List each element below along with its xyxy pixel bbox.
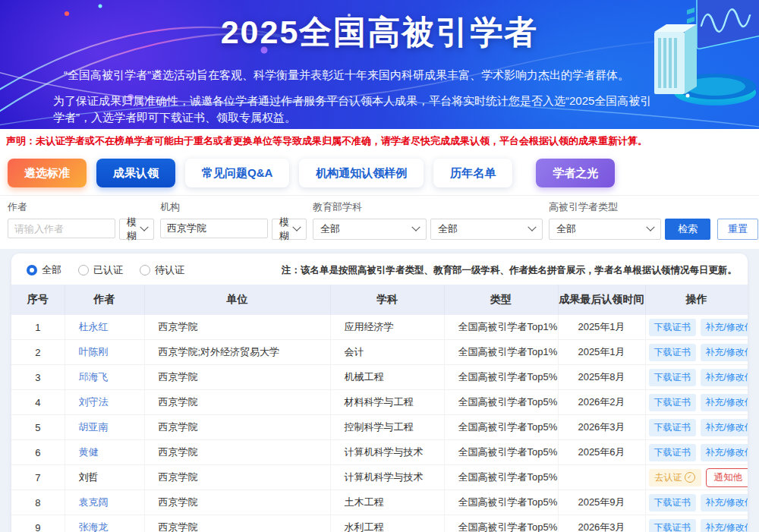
radio-all[interactable]: 全部 <box>27 263 61 277</box>
org-cell: 西京学院 <box>144 465 330 490</box>
org-cell: 西京学院 <box>144 365 330 390</box>
subject-level2-select[interactable]: 全部 <box>430 219 543 240</box>
download-cert-button[interactable]: 下载证书 <box>649 419 696 436</box>
edit-info-button[interactable]: 补充/修改信息 <box>701 419 748 436</box>
actions-cell: 去认证✓通知他 <box>645 465 748 490</box>
org-mode-select[interactable]: 模糊 <box>272 219 307 240</box>
actions-cell: 下载证书补充/修改信息 <box>645 415 748 440</box>
col-org: 单位 <box>144 285 330 315</box>
download-cert-button[interactable]: 下载证书 <box>649 519 696 532</box>
download-cert-button[interactable]: 下载证书 <box>649 344 696 361</box>
subject-cell: 会计 <box>330 340 444 365</box>
actions-cell: 下载证书补充/修改信息 <box>645 390 748 415</box>
type-select[interactable]: 全部 <box>549 219 661 240</box>
edit-info-button[interactable]: 补充/修改信息 <box>701 519 748 532</box>
author-link[interactable]: 胡亚南 <box>79 421 109 433</box>
tab-faq[interactable]: 常见问题Q&A <box>185 159 289 187</box>
type-cell: 全国高被引学者Top5% <box>444 365 558 390</box>
claim-date-cell <box>558 465 645 490</box>
actions-cell: 下载证书补充/修改信息 <box>645 515 748 532</box>
row-index: 9 <box>11 515 65 532</box>
edit-info-button[interactable]: 补充/修改信息 <box>701 494 748 512</box>
row-index: 2 <box>11 340 65 365</box>
download-cert-button[interactable]: 下载证书 <box>649 394 696 411</box>
table-row: 5胡亚南西京学院控制科学与工程全国高被引学者Top5%2026年3月下载证书补充… <box>11 415 748 440</box>
radio-pending[interactable]: 待认证 <box>140 263 184 277</box>
actions-cell: 下载证书补充/修改信息 <box>645 315 748 340</box>
table-row: 1杜永红西京学院应用经济学全国高被引学者Top1%2025年1月下载证书补充/修… <box>11 315 748 340</box>
author-mode-select[interactable]: 模糊 <box>119 219 154 240</box>
download-cert-button[interactable]: 下载证书 <box>649 319 696 336</box>
col-subject: 学科 <box>330 285 444 315</box>
table-row: 8袁克阔西京学院土木工程全国高被引学者Top5%2025年9月下载证书补充/修改… <box>11 490 748 515</box>
claim-date-cell: 2025年8月 <box>558 365 645 390</box>
radio-unselected-icon <box>140 265 150 275</box>
author-input[interactable] <box>8 219 115 238</box>
author-cell: 张海龙 <box>65 515 144 532</box>
claim-date-cell: 2026年3月 <box>558 515 645 532</box>
check-circle-icon: ✓ <box>685 472 695 483</box>
tab-scholar-light[interactable]: 学者之光 <box>536 159 615 187</box>
edit-info-button[interactable]: 补充/修改信息 <box>701 369 748 386</box>
subject-select[interactable]: 全部 <box>313 219 427 240</box>
tab-past-lists[interactable]: 历年名单 <box>433 159 512 187</box>
author-link[interactable]: 张海龙 <box>79 521 109 532</box>
subject-cell: 控制科学与工程 <box>330 415 444 440</box>
col-claim-date: 成果最后认领时间 <box>558 285 645 315</box>
row-index: 5 <box>11 415 65 440</box>
org-input[interactable] <box>160 219 268 238</box>
actions-cell: 下载证书补充/修改信息 <box>645 340 748 365</box>
author-cell: 袁克阔 <box>65 490 144 515</box>
edit-info-button[interactable]: 补充/修改信息 <box>701 319 748 336</box>
type-cell: 全国高被引学者Top5% <box>444 390 558 415</box>
author-cell: 邱海飞 <box>65 365 144 390</box>
type-cell: 全国高被引学者Top1% <box>444 340 558 365</box>
row-index: 1 <box>11 315 65 340</box>
edit-info-button[interactable]: 补充/修改信息 <box>701 444 748 461</box>
type-cell: 全国高被引学者Top5% <box>444 490 558 515</box>
col-actions: 操作 <box>645 285 748 315</box>
tab-claim-results[interactable]: 成果认领 <box>96 159 175 187</box>
table-row: 4刘守法西京学院材料科学与工程全国高被引学者Top5%2026年2月下载证书补充… <box>11 390 748 415</box>
chevron-down-icon <box>646 223 654 231</box>
author-filter-group: 作者 模糊 <box>8 200 154 240</box>
search-button[interactable]: 检索 <box>665 219 710 240</box>
subject-cell: 土木工程 <box>330 490 444 515</box>
chevron-down-icon <box>292 223 301 231</box>
org-cell: 西京学院 <box>144 515 330 532</box>
table-row: 9张海龙西京学院水利工程全国高被引学者Top5%2026年3月下载证书补充/修改… <box>11 515 748 532</box>
radio-certified[interactable]: 已认证 <box>78 263 123 277</box>
claim-date-cell: 2026年3月 <box>558 415 645 440</box>
notify-button[interactable]: 通知他 <box>706 468 748 487</box>
author-link[interactable]: 叶陈刚 <box>79 346 109 357</box>
author-name: 刘哲 <box>79 471 99 483</box>
table-row: 2叶陈刚西京学院;对外经济贸易大学会计全国高被引学者Top1%2025年1月下载… <box>11 340 748 365</box>
row-index: 7 <box>11 465 65 490</box>
author-link[interactable]: 刘守法 <box>79 396 109 408</box>
scholar-table: 序号 作者 单位 学科 类型 成果最后认领时间 操作 1杜永红西京学院应用经济学… <box>11 285 748 532</box>
radio-all-label: 全部 <box>42 263 61 277</box>
author-label: 作者 <box>8 200 154 214</box>
banner-intro-line1: “全国高被引学者”遴选活动旨在客观、科学衡量并表彰近十年来国内科研成果丰富、学术… <box>64 67 657 83</box>
subject-cell: 计算机科学与技术 <box>330 465 444 490</box>
reset-button[interactable]: 重置 <box>717 219 758 240</box>
download-cert-button[interactable]: 下载证书 <box>649 444 696 461</box>
author-link[interactable]: 邱海飞 <box>79 371 109 382</box>
subject-label: 教育部学科 <box>313 200 543 214</box>
edit-info-button[interactable]: 补充/修改信息 <box>701 394 748 411</box>
go-certify-button[interactable]: 去认证✓ <box>649 469 701 486</box>
download-cert-button[interactable]: 下载证书 <box>649 494 696 512</box>
author-link[interactable]: 杜永红 <box>79 321 109 332</box>
download-cert-button[interactable]: 下载证书 <box>649 369 696 386</box>
author-cell: 胡亚南 <box>65 415 144 440</box>
edit-info-button[interactable]: 补充/修改信息 <box>701 344 748 361</box>
table-row: 6黄健西京学院计算机科学与技术全国高被引学者Top5%2025年6月下载证书补充… <box>11 440 748 465</box>
author-link[interactable]: 袁克阔 <box>79 496 109 508</box>
org-cell: 西京学院 <box>144 440 330 465</box>
tab-notice-sample[interactable]: 机构通知认领样例 <box>299 159 424 187</box>
subject-cell: 机械工程 <box>330 365 444 390</box>
author-link[interactable]: 黄健 <box>79 446 99 458</box>
tab-selection-criteria[interactable]: 遴选标准 <box>8 159 87 187</box>
type-cell: 全国高被引学者Top5% <box>444 465 558 490</box>
org-cell: 西京学院 <box>144 490 330 515</box>
